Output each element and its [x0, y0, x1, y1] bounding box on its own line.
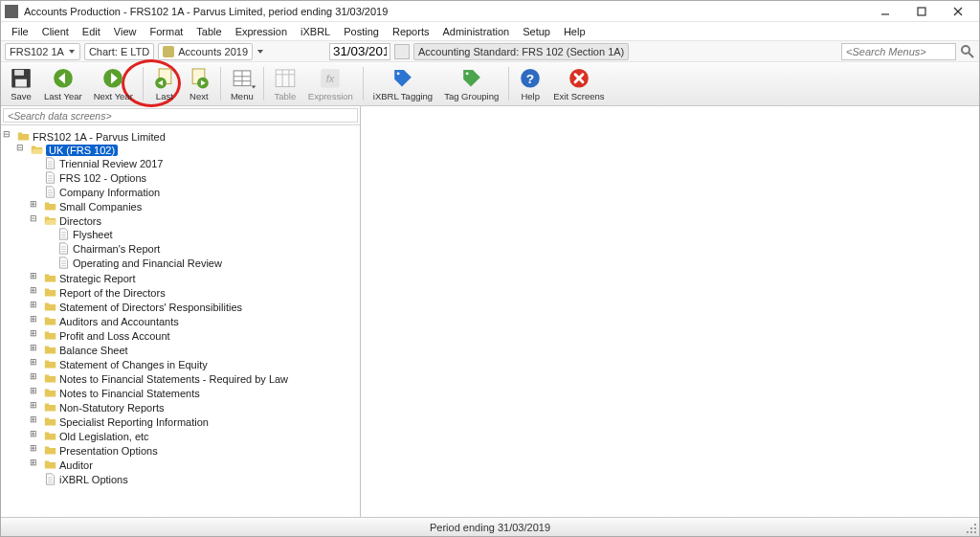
expand-toggle[interactable] [32, 216, 41, 226]
expand-toggle[interactable] [32, 360, 41, 369]
tree-item[interactable]: Chairman's Report [45, 242, 358, 255]
ribbon-ixbrl[interactable]: iXBRL Tagging [368, 64, 437, 103]
ribbon-taggrp[interactable]: Tag Grouping [439, 64, 503, 103]
ribbon-exit[interactable]: Exit Screens [548, 64, 609, 103]
period-date-input[interactable] [329, 43, 390, 60]
expand-toggle[interactable] [18, 145, 28, 155]
tree-root[interactable]: FRS102 1A - Parvus Limited [5, 130, 358, 143]
tree-item[interactable]: Auditors and Accountants [32, 315, 358, 327]
expand-toggle[interactable] [32, 202, 41, 212]
expand-toggle[interactable] [32, 417, 41, 427]
tree-item-label: Statement of Changes in Equity [59, 359, 208, 370]
tree-item[interactable]: iXBRL Options [32, 473, 358, 485]
folder-icon [44, 415, 56, 428]
menu-posting[interactable]: Posting [337, 24, 386, 39]
tree-search-input[interactable] [3, 108, 358, 123]
ribbon-separator [220, 67, 221, 101]
expand-toggle[interactable] [32, 331, 41, 341]
ribbon-toolbar: SaveLast YearNext YearLastNextMenuTableE… [1, 62, 979, 106]
menu-view[interactable]: View [107, 24, 144, 39]
tree-item[interactable]: Triennial Review 2017 [32, 157, 358, 169]
tree-view[interactable]: FRS102 1A - Parvus LimitedUK (FRS 102)Tr… [1, 125, 360, 517]
tree-item-label: Presentation Options [59, 445, 158, 457]
menu-administration[interactable]: Administration [435, 24, 516, 39]
chip-period-label: Accounts 2019 [178, 46, 248, 57]
ribbon-save[interactable]: Save [5, 64, 37, 103]
status-text: Period ending 31/03/2019 [430, 522, 550, 533]
expand-toggle[interactable] [32, 446, 41, 456]
tree-item[interactable]: Statement of Directors' Responsibilities [32, 301, 358, 313]
chevron-down-icon[interactable] [256, 48, 264, 56]
tree-item[interactable]: FRS 102 - Options [32, 171, 358, 184]
menu-format[interactable]: Format [143, 24, 189, 39]
menu-table[interactable]: Table [189, 24, 228, 39]
tree-item[interactable]: Small Companies [32, 200, 358, 213]
minimize-button[interactable] [868, 2, 902, 21]
expand-toggle[interactable] [32, 403, 41, 413]
menu-ixbrl[interactable]: iXBRL [294, 24, 337, 39]
search-icon[interactable] [960, 44, 975, 59]
folder-icon [44, 459, 56, 471]
calendar-button[interactable] [394, 44, 410, 59]
maximize-button[interactable] [904, 2, 939, 21]
expand-toggle[interactable] [32, 274, 41, 283]
expand-toggle [32, 159, 41, 168]
tree-item[interactable]: Presentation Options [32, 444, 358, 457]
ribbon-nextyear[interactable]: Next Year [89, 64, 138, 103]
menu-client[interactable]: Client [35, 24, 76, 39]
tree-item[interactable]: Directors [32, 214, 358, 227]
folder-icon [44, 387, 56, 399]
menu-help[interactable]: Help [557, 24, 592, 39]
tree-item[interactable]: Company Information [32, 186, 358, 198]
tree-item[interactable]: Specialist Reporting Information [32, 415, 358, 428]
folder-icon [44, 286, 56, 299]
menu-expression[interactable]: Expression [229, 24, 294, 39]
expand-toggle[interactable] [5, 132, 14, 142]
menu-setup[interactable]: Setup [516, 24, 557, 39]
folder-icon [44, 401, 56, 414]
chip-project[interactable]: FRS102 1A [5, 43, 80, 60]
expand-toggle[interactable] [32, 317, 41, 326]
tree-item[interactable]: Notes to Financial Statements - Required… [32, 372, 358, 385]
expand-toggle[interactable] [32, 432, 41, 441]
tree-item[interactable]: Balance Sheet [32, 344, 358, 356]
ribbon-next[interactable]: Next [183, 64, 215, 103]
resize-grip[interactable] [965, 522, 978, 535]
expand-toggle[interactable] [32, 389, 41, 398]
tree-item[interactable]: Auditor [32, 459, 358, 471]
tree-item[interactable]: Operating and Financial Review [45, 257, 358, 269]
expand-toggle[interactable] [32, 374, 41, 384]
expand-toggle[interactable] [32, 346, 41, 355]
expand-toggle[interactable] [32, 288, 41, 298]
tree-item[interactable]: Non-Statutory Reports [32, 401, 358, 414]
ribbon-last[interactable]: Last [148, 64, 181, 103]
tree-item-label: Specialist Reporting Information [59, 416, 209, 428]
document-icon [44, 157, 56, 169]
tree-selected[interactable]: UK (FRS 102) [18, 144, 358, 156]
tree-item[interactable]: Strategic Report [32, 272, 358, 284]
close-button[interactable] [941, 2, 975, 21]
ribbon-lastyear[interactable]: Last Year [39, 64, 87, 103]
ribbon-menu[interactable]: Menu [226, 64, 258, 103]
tree-item[interactable]: Flysheet [45, 228, 358, 240]
tree-item[interactable]: Notes to Financial Statements [32, 387, 358, 399]
tree-item[interactable]: Old Legislation, etc [32, 430, 358, 442]
menu-file[interactable]: File [5, 24, 35, 39]
folder-icon [44, 444, 56, 457]
chip-period[interactable]: Accounts 2019 [158, 43, 253, 60]
tree-item[interactable]: Report of the Directors [32, 286, 358, 299]
menu-edit[interactable]: Edit [76, 24, 107, 39]
chip-standard[interactable]: Accounting Standard: FRS 102 (Section 1A… [413, 43, 629, 60]
svg-rect-34 [970, 527, 972, 529]
menu-search-input[interactable] [841, 43, 956, 60]
chip-chart[interactable]: Chart: E LTD [84, 43, 154, 60]
folder-icon [44, 344, 56, 356]
tree-item-label: Notes to Financial Statements - Required… [59, 373, 288, 385]
expand-toggle[interactable] [32, 460, 41, 470]
tree-item[interactable]: Statement of Changes in Equity [32, 358, 358, 370]
ribbon-label: Last [156, 92, 173, 101]
menu-reports[interactable]: Reports [386, 24, 436, 39]
tree-item[interactable]: Profit and Loss Account [32, 329, 358, 342]
ribbon-help[interactable]: Help [514, 64, 546, 103]
expand-toggle[interactable] [32, 302, 41, 312]
